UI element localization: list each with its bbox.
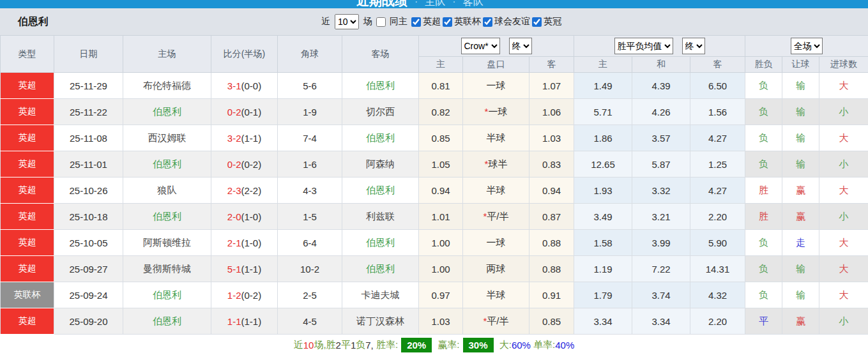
avg-away-cell: 2.20	[690, 308, 745, 335]
league-type-label: 英超	[19, 185, 36, 195]
home-team[interactable]: 伯恩利	[123, 308, 211, 335]
handicap-cell: 半球	[463, 125, 529, 151]
away-team[interactable]: 诺丁汉森林	[342, 308, 419, 335]
handicap-cell: *一球	[463, 99, 529, 125]
summary-text: 大:	[497, 339, 512, 351]
corner-cell: 5-6	[278, 73, 342, 99]
league-checkbox[interactable]	[411, 17, 421, 27]
halftime-score: (0-2)	[241, 159, 262, 170]
home-team[interactable]: 狼队	[123, 178, 211, 204]
subcol-handicap: 盘口	[463, 57, 529, 73]
goals-result-cell: 小	[819, 151, 868, 178]
league-type-label: 英联杯	[14, 289, 41, 299]
home-odds-cell: 0.94	[419, 178, 463, 204]
home-team[interactable]: 伯恩利	[123, 204, 211, 230]
handicap-label: 半球	[487, 132, 506, 143]
avg-draw-cell: 3.57	[632, 125, 690, 151]
handicap-cell: 两球	[463, 256, 529, 282]
date-cell: 25-09-24	[54, 282, 123, 308]
league-checkbox[interactable]	[532, 17, 542, 27]
away-team[interactable]: 伯恩利	[342, 178, 419, 204]
home-team[interactable]: 西汉姆联	[123, 125, 211, 151]
summary-text: 单率:	[531, 339, 555, 351]
away-team[interactable]: 伯恩利	[342, 125, 419, 151]
subcol-odds-away: 客	[529, 57, 574, 73]
corner-cell: 10-2	[278, 256, 342, 282]
home-team[interactable]: 布伦特福德	[123, 73, 211, 99]
handicap-time-select[interactable]: 终	[509, 38, 532, 54]
same-home-checkbox[interactable]	[376, 17, 386, 27]
handicap-result-cell: 走	[782, 230, 819, 256]
league-checkbox-label: 球会友谊	[494, 16, 530, 27]
avg-away-cell: 1.25	[690, 151, 745, 178]
handicap-label: 一球	[488, 106, 507, 117]
away-team[interactable]: 伯恩利	[342, 256, 419, 282]
top-nav: 近期战绩 ·主队·客队	[356, 0, 483, 8]
wdl-result-cell: 负	[745, 125, 782, 151]
handicap-result-cell: 赢	[782, 178, 819, 204]
avg-away-cell: 4.27	[690, 125, 745, 151]
date-cell: 25-10-18	[54, 204, 123, 230]
away-team[interactable]: 利兹联	[342, 204, 419, 230]
subcol-odds-home: 主	[419, 57, 463, 73]
league-checkbox[interactable]	[483, 17, 492, 27]
recent-label: 近	[321, 16, 330, 27]
league-type-label: 英超	[19, 132, 36, 142]
corner-cell: 2-5	[278, 282, 342, 308]
handicap-cell: 半球	[463, 282, 529, 308]
handicap-group-header: Crow* 终	[419, 36, 574, 57]
league-checkbox-label: 英冠	[544, 16, 561, 27]
match-count-select[interactable]: 10	[335, 14, 359, 29]
goals-result-cell: 大	[819, 230, 868, 256]
wdl-result-cell: 负	[745, 282, 782, 308]
away-odds-cell: 0.83	[529, 151, 574, 178]
col-score: 比分(半场)	[211, 36, 278, 73]
col-away: 客场	[342, 36, 419, 73]
league-type-cell: 英超	[1, 151, 54, 178]
away-team[interactable]: 伯恩利	[342, 73, 419, 99]
halftime-score: (2-2)	[241, 185, 262, 196]
bookmaker-select[interactable]: Crow*	[461, 38, 500, 54]
fulltime-score: 5-1	[227, 264, 241, 275]
avg-draw-cell: 4.26	[632, 99, 690, 125]
table-row: 英超 25-11-01 伯恩利 0-2(0-2) 1-6 阿森纳 1.05 *球…	[1, 151, 868, 178]
league-type-cell: 英超	[1, 125, 54, 151]
home-odds-cell: 0.97	[419, 282, 463, 308]
avg-home-cell: 1.19	[574, 256, 632, 282]
away-team[interactable]: 卡迪夫城	[342, 282, 419, 308]
home-odds-cell: 0.82	[419, 99, 463, 125]
league-type-cell: 英超	[1, 230, 54, 256]
home-odds-cell: 0.81	[419, 73, 463, 99]
handicap-label: 半球	[487, 289, 506, 300]
away-team[interactable]: 切尔西	[342, 99, 419, 125]
nav-link[interactable]: 客队	[463, 0, 483, 8]
date-cell: 25-10-05	[54, 230, 123, 256]
scope-select[interactable]: 全场	[791, 38, 823, 54]
league-checkbox[interactable]	[443, 17, 452, 27]
nav-link[interactable]: 主队	[425, 0, 445, 8]
away-team[interactable]: 阿森纳	[342, 151, 419, 178]
home-team[interactable]: 曼彻斯特城	[123, 256, 211, 282]
handicap-label: 平/半	[487, 211, 508, 222]
handicap-label: 球半	[488, 158, 507, 169]
avg-time-select[interactable]: 终	[682, 38, 705, 54]
corner-cell: 4-3	[278, 178, 342, 204]
avg-away-cell: 1.56	[690, 99, 745, 125]
avg-draw-cell: 5.87	[632, 151, 690, 178]
fulltime-score: 1-1	[227, 316, 241, 327]
home-team[interactable]: 伯恩利	[123, 282, 211, 308]
handicap-result-cell: 输	[782, 73, 819, 99]
handicap-result-cell: 输	[782, 256, 819, 282]
away-team[interactable]: 伯恩利	[342, 230, 419, 256]
league-type-cell: 英超	[1, 308, 54, 335]
home-team[interactable]: 伯恩利	[123, 151, 211, 178]
home-odds-cell: 1.00	[419, 256, 463, 282]
avg-home-cell: 1.93	[574, 178, 632, 204]
home-team[interactable]: 伯恩利	[123, 99, 211, 125]
summary-text: 平	[341, 339, 351, 351]
avg-type-select[interactable]: 胜平负均值	[614, 38, 673, 54]
home-odds-cell: 1.01	[419, 204, 463, 230]
home-team[interactable]: 阿斯顿维拉	[123, 230, 211, 256]
league-type-cell: 英超	[1, 99, 54, 125]
score-cell: 1-1(1-1)	[211, 308, 278, 335]
